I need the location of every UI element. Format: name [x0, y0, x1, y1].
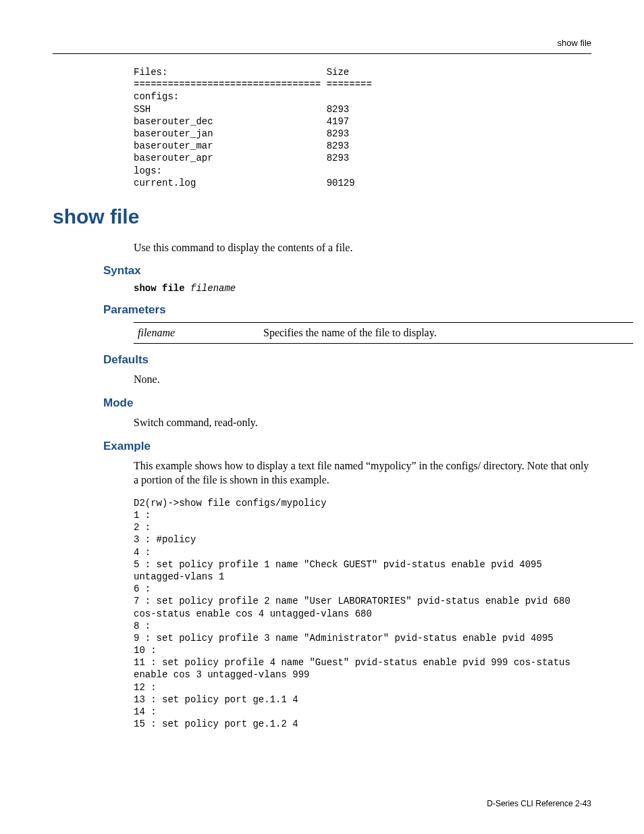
header-rule: [53, 53, 591, 54]
param-desc: Specifies the name of the file to displa…: [259, 323, 633, 344]
files-output-block: Files: Size ============================…: [134, 66, 591, 189]
syntax-keyword: show file: [134, 283, 185, 294]
syntax-line: show file filename: [134, 283, 591, 294]
header-crumb: show file: [53, 38, 591, 48]
command-intro: Use this command to display the contents…: [134, 240, 591, 255]
mode-text: Switch command, read-only.: [134, 415, 591, 430]
page-footer: D-Series CLI Reference 2-43: [487, 799, 591, 808]
command-title: show file: [53, 205, 591, 228]
page: show file Files: Size ==================…: [0, 0, 644, 834]
section-syntax-heading: Syntax: [103, 264, 591, 278]
syntax-argument: filename: [190, 283, 236, 294]
table-row: filename Specifies the name of the file …: [134, 323, 633, 344]
param-name: filename: [134, 323, 259, 344]
parameters-table: filename Specifies the name of the file …: [134, 322, 633, 344]
defaults-text: None.: [134, 372, 591, 387]
section-parameters-heading: Parameters: [103, 303, 591, 317]
section-defaults-heading: Defaults: [103, 353, 591, 367]
section-example-heading: Example: [103, 440, 591, 453]
example-output-block: D2(rw)->show file configs/mypolicy 1 : 2…: [134, 497, 591, 731]
section-mode-heading: Mode: [103, 396, 591, 410]
example-intro: This example shows how to display a text…: [134, 459, 591, 488]
